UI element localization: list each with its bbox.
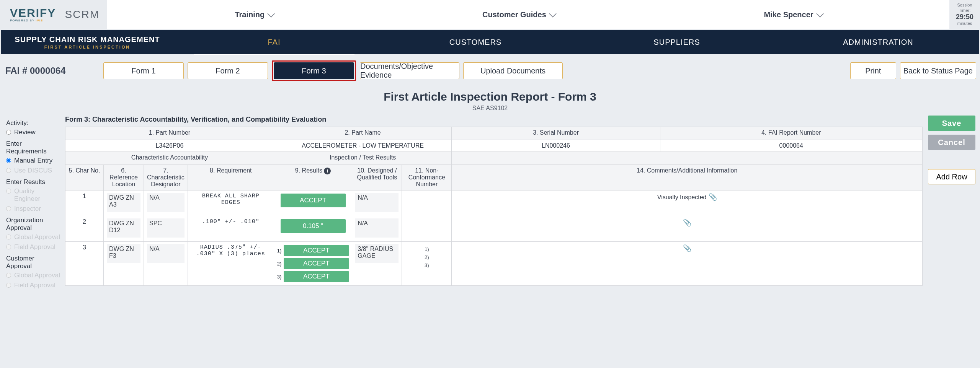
radio-cust-field-approval[interactable]: Field Approval [6, 282, 60, 289]
cell-tool [352, 242, 402, 286]
fai-table: 1. Part Number 2. Part Name 3. Serial Nu… [65, 127, 923, 286]
activity-label: Activity: [6, 119, 60, 127]
verify-logo: VERIFY POWERED BY IVIS [10, 7, 56, 22]
top-nav-user-label: Mike Spencer [764, 10, 813, 19]
cell-nc: 1)2)3) [402, 242, 452, 286]
tab-administration[interactable]: ADMINISTRATION [777, 30, 979, 54]
cell-char-no: 2 [65, 216, 104, 242]
nc-index: 3) [405, 262, 448, 268]
documents-button[interactable]: Documents/Objective Evidence [360, 62, 459, 79]
th-insp-test: Inspection / Test Results [274, 152, 452, 165]
result-index: 3) [277, 274, 282, 280]
enter-req-label: Enter Requirements [6, 140, 60, 155]
blue-nav: SUPPLY CHAIN RISK MANAGEMENT FIRST ARTIC… [1, 30, 979, 54]
result-pill[interactable]: ACCEPT [284, 258, 349, 269]
fai-number: FAI # 0000064 [4, 65, 100, 76]
cell-requirement: BREAK ALL SHARP EDGES [188, 191, 274, 216]
th-report: 4. FAI Report Number [660, 127, 922, 140]
left-rail: Activity: Review Enter Requirements Manu… [2, 116, 63, 291]
table-row: 1BREAK ALL SHARP EDGESACCEPTVisually Ins… [65, 191, 923, 216]
paperclip-icon[interactable]: 📎 [683, 244, 691, 252]
reference-location-input[interactable] [107, 244, 140, 263]
right-rail: Save Cancel Add Row [925, 116, 978, 291]
form1-button[interactable]: Form 1 [103, 62, 184, 79]
th-c10: 10. Designed / Qualified Tools [352, 165, 402, 191]
requirement-text: RADIUS .375" +/- .030" X (3) places [191, 244, 271, 257]
radio-review[interactable]: Review [6, 129, 60, 136]
blue-title: SUPPLY CHAIN RISK MANAGEMENT [1, 35, 173, 44]
save-button[interactable]: Save [928, 116, 975, 131]
tool-input[interactable] [355, 218, 399, 238]
th-c6: 6. Reference Location [104, 165, 144, 191]
val-serial: LN000246 [452, 140, 660, 152]
cell-requirement: RADIUS .375" +/- .030" X (3) places [188, 242, 274, 286]
result-pill[interactable]: ACCEPT [284, 245, 349, 256]
radio-use-discus[interactable]: Use DISCUS [6, 167, 60, 174]
cell-ref-loc [104, 242, 144, 286]
page-title: First Article Inspection Report - Form 3 [0, 90, 980, 103]
info-icon[interactable]: i [324, 168, 331, 174]
tool-input[interactable] [355, 244, 399, 263]
result-pill[interactable]: ACCEPT [281, 194, 346, 207]
designator-input[interactable] [147, 244, 185, 263]
form-caption: Form 3: Characteristic Accountability, V… [65, 116, 923, 124]
cell-designator [144, 242, 188, 286]
cell-char-no: 1 [65, 191, 104, 216]
add-row-button[interactable]: Add Row [928, 169, 975, 184]
cell-ref-loc [104, 191, 144, 216]
session-label1: Session [957, 3, 972, 8]
scrm-label: SCRM [65, 8, 100, 21]
top-nav-user[interactable]: Mike Spencer [764, 10, 822, 19]
chevron-down-icon [816, 10, 824, 18]
result-pill[interactable]: 0.105 " [281, 219, 346, 233]
cell-results: ACCEPT [274, 191, 352, 216]
paperclip-icon[interactable]: 📎 [683, 219, 691, 226]
result-index: 2) [277, 261, 282, 267]
upload-documents-button[interactable]: Upload Documents [463, 62, 563, 79]
cancel-button[interactable]: Cancel [928, 135, 975, 150]
tab-customers[interactable]: CUSTOMERS [375, 30, 576, 54]
cell-designator [144, 216, 188, 242]
top-nav-training-label: Training [235, 10, 265, 19]
radio-global-approval[interactable]: Global Approval [6, 233, 60, 241]
form-area: Form 3: Characteristic Accountability, V… [63, 116, 925, 291]
nc-index: 2) [405, 254, 448, 260]
top-nav-customer-guides[interactable]: Customer Guides [482, 10, 555, 19]
cell-tool [352, 216, 402, 242]
th-c7: 7. Characteristic Designator [144, 165, 188, 191]
paperclip-icon[interactable]: 📎 [707, 193, 717, 201]
cell-requirement: .100" +/- .010" [188, 216, 274, 242]
form2-button[interactable]: Form 2 [188, 62, 268, 79]
cell-ref-loc [104, 216, 144, 242]
top-nav: Training Customer Guides Mike Spencer [107, 0, 949, 29]
radio-cust-global-approval[interactable]: Global Approval [6, 272, 60, 279]
cell-nc [402, 216, 452, 242]
comment-text: Visually Inspected [657, 194, 707, 200]
tab-suppliers[interactable]: SUPPLIERS [576, 30, 777, 54]
designator-input[interactable] [147, 193, 185, 212]
top-nav-customer-guides-label: Customer Guides [482, 10, 546, 19]
print-button[interactable]: Print [850, 62, 896, 79]
verify-logo-sub: POWERED BY IVIS [10, 19, 56, 22]
th-c5: 5. Char No. [65, 165, 104, 191]
designator-input[interactable] [147, 218, 185, 238]
radio-field-approval[interactable]: Field Approval [6, 243, 60, 251]
val-report: 0000064 [660, 140, 922, 152]
th-serial: 3. Serial Number [452, 127, 660, 140]
radio-inspector[interactable]: Inspector [6, 205, 60, 213]
th-c9: 9. Results i [274, 165, 352, 191]
radio-manual-entry[interactable]: Manual Entry [6, 157, 60, 164]
top-nav-training[interactable]: Training [235, 10, 273, 19]
reference-location-input[interactable] [107, 218, 140, 238]
tab-fai[interactable]: FAI [173, 30, 375, 54]
table-row: 2.100" +/- .010"0.105 " 📎 [65, 216, 923, 242]
blue-tabs: FAI CUSTOMERS SUPPLIERS ADMINISTRATION [173, 30, 979, 54]
form3-button[interactable]: Form 3 [274, 62, 354, 79]
nc-index: 1) [405, 246, 448, 252]
result-pill[interactable]: ACCEPT [284, 271, 349, 282]
back-to-status-button[interactable]: Back to Status Page [900, 62, 976, 79]
reference-location-input[interactable] [107, 193, 140, 212]
radio-quality-engineer[interactable]: Quality Engineer [6, 187, 60, 203]
val-part-name: ACCELEROMETER - LOW TEMPERATURE [274, 140, 452, 152]
tool-input[interactable] [355, 193, 399, 212]
